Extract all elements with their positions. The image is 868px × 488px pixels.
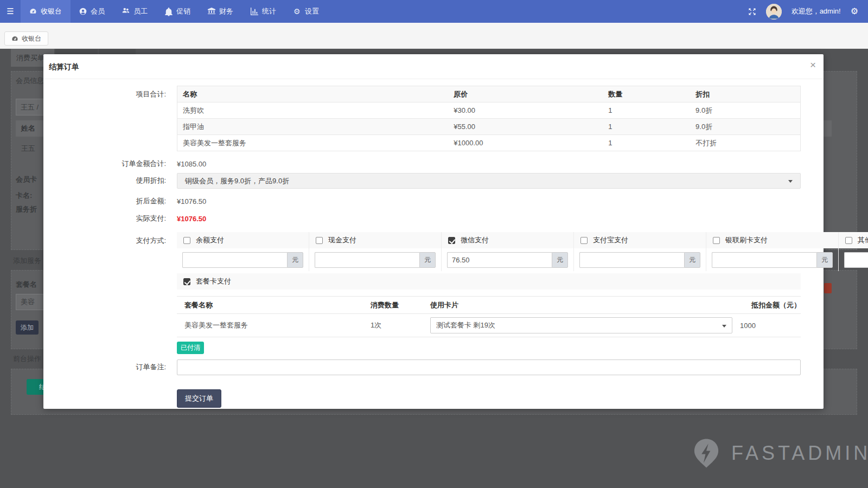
discounted-value: ¥1076.50 [177, 196, 801, 206]
chevron-down-icon [722, 325, 726, 328]
yuan-addon: 元 [684, 252, 700, 268]
nav-item-finance[interactable]: 财务 [199, 0, 242, 23]
payment-option-alipay[interactable]: 支付宝支付 [574, 232, 706, 248]
yuan-addon: 元 [287, 252, 303, 268]
navbar-right: 欢迎您，admin! ⚙ [748, 0, 868, 23]
package-table-row: 美容美发一整套服务 1次 测试套餐卡 剩19次 1000 [177, 314, 801, 337]
toolbar-strip: 收银台 [0, 23, 868, 49]
yuan-addon: 元 [552, 252, 568, 268]
table-row: 美容美发一整套服务 ¥1000.00 1 不打折 [177, 135, 801, 151]
order-total-value: ¥1085.00 [177, 159, 801, 169]
nav-item-staff[interactable]: 员工 [113, 0, 156, 23]
other-amount-input[interactable] [844, 252, 868, 268]
payment-option-other[interactable]: 其他支付 [839, 232, 868, 248]
nav-item-statistics[interactable]: 统计 [242, 0, 285, 23]
checkbox[interactable] [448, 237, 455, 244]
discounted-label: 折后金额: [43, 196, 177, 206]
package-card-pay-option[interactable]: 套餐卡支付 [177, 273, 801, 290]
menu-toggle-button[interactable]: ☰ [0, 0, 21, 23]
fullscreen-icon[interactable] [748, 8, 756, 16]
package-table: 套餐名称 消费数量 使用卡片 抵扣金额（元） 美容美发一整套服务 1次 测试套餐… [177, 296, 801, 337]
hamburger-icon: ☰ [7, 7, 14, 16]
submit-order-button[interactable]: 提交订单 [177, 389, 221, 408]
checkbox[interactable] [713, 237, 720, 244]
balance-amount-input[interactable] [182, 252, 287, 268]
remark-input[interactable] [177, 359, 801, 375]
payment-option-balance[interactable]: 余额支付 [177, 232, 309, 248]
checkbox[interactable] [845, 237, 852, 244]
yuan-addon: 元 [419, 252, 436, 268]
bank-icon [208, 8, 215, 15]
table-row: 指甲油 ¥55.00 1 9.0折 [177, 119, 801, 135]
modal-title: 结算订单 [49, 62, 79, 72]
package-count: 1次 [371, 320, 430, 330]
close-icon[interactable]: × [810, 60, 816, 70]
order-total-label: 订单金额合计: [43, 159, 177, 169]
modal-header: 结算订单 × [43, 54, 824, 79]
package-table-header: 套餐名称 消费数量 使用卡片 抵扣金额（元） [177, 297, 801, 314]
cashier-home-tab[interactable]: 收银台 [4, 31, 48, 46]
actual-pay-value: ¥1076.50 [177, 214, 801, 223]
users-icon [122, 8, 130, 15]
nav-item-members[interactable]: 会员 [71, 0, 113, 23]
gears-icon: ⚙ [293, 8, 301, 15]
discount-select[interactable]: 铜级会员，服务9.0折，产品9.0折 [177, 173, 801, 189]
payment-method-label: 支付方式: [43, 232, 177, 354]
bar-chart-icon [251, 8, 258, 15]
wechat-amount-input[interactable] [447, 252, 552, 268]
alipay-amount-input[interactable] [579, 252, 684, 268]
tachometer-icon [29, 8, 37, 15]
top-navbar: ☰ 收银台 会员 员工 促销 财务 统计 ⚙ [0, 0, 868, 23]
welcome-text[interactable]: 欢迎您，admin! [792, 7, 841, 16]
avatar[interactable] [766, 4, 782, 20]
tachometer-icon [11, 35, 18, 42]
payment-option-unionpay[interactable]: 银联刷卡支付 [706, 232, 839, 248]
settings-gear-icon[interactable]: ⚙ [851, 7, 858, 16]
chevron-down-icon [788, 180, 793, 183]
nav-item-settings[interactable]: ⚙ 设置 [285, 0, 328, 23]
deduct-amount: 1000 [738, 322, 801, 330]
unionpay-amount-input[interactable] [712, 252, 816, 268]
checkbox[interactable] [580, 237, 588, 244]
bell-icon [165, 8, 173, 15]
yuan-addon: 元 [816, 252, 833, 268]
cash-amount-input[interactable] [315, 252, 419, 268]
payment-option-cash[interactable]: 现金支付 [309, 232, 442, 248]
actual-pay-label: 实际支付: [43, 214, 177, 223]
items-total-label: 项目合计: [43, 86, 177, 151]
remark-label: 订单备注: [43, 359, 177, 408]
items-table-header: 名称 原价 数量 折扣 [177, 86, 801, 102]
nav-item-cashier[interactable]: 收银台 [21, 0, 71, 23]
card-select[interactable]: 测试套餐卡 剩19次 [430, 317, 732, 333]
package-name: 美容美发一整套服务 [177, 320, 371, 330]
payment-grid: 余额支付 现金支付 微信支付 支付宝支付 [177, 232, 801, 271]
user-circle-icon [79, 8, 87, 15]
nav-item-promotion[interactable]: 促销 [156, 0, 199, 23]
payment-option-wechat[interactable]: 微信支付 [442, 232, 574, 248]
table-row: 洗剪吹 ¥30.00 1 9.0折 [177, 102, 801, 119]
settlement-modal: 结算订单 × 项目合计: 名称 原价 数量 折扣 洗剪吹 ¥30.00 [43, 54, 824, 409]
checkbox[interactable] [316, 237, 323, 244]
checkbox[interactable] [183, 237, 190, 244]
discount-label: 使用折扣: [43, 173, 177, 189]
paid-status-badge: 已付清 [177, 342, 204, 354]
items-table: 名称 原价 数量 折扣 洗剪吹 ¥30.00 1 9.0折 指甲油 ¥55.00 [177, 86, 801, 151]
checkbox[interactable] [183, 278, 190, 285]
